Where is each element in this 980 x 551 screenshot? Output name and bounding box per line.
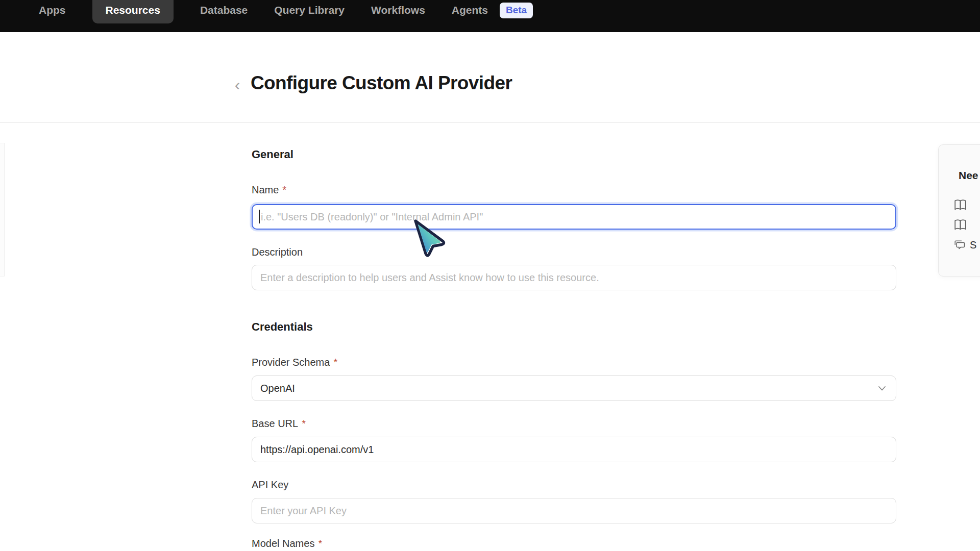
api-key-field-label: API Key — [252, 479, 288, 491]
book-icon — [954, 199, 967, 211]
page-title: Configure Custom AI Provider — [251, 72, 512, 94]
required-asterisk: * — [282, 184, 286, 195]
text-caret — [259, 210, 260, 223]
provider-schema-label-text: Provider Schema — [252, 357, 330, 368]
help-panel: Nee S — [938, 144, 980, 277]
model-names-label-text: Model Names — [252, 538, 314, 549]
help-link-docs-2[interactable] — [954, 219, 967, 231]
nav-tab-query-library[interactable]: Query Library — [274, 4, 345, 16]
required-asterisk: * — [333, 357, 337, 368]
section-heading-general: General — [252, 148, 293, 161]
base-url-label-text: Base URL — [252, 418, 298, 429]
nav-tab-agents[interactable]: Agents — [452, 4, 488, 16]
header-divider — [0, 122, 980, 123]
description-input[interactable] — [252, 265, 896, 290]
required-asterisk: * — [302, 418, 306, 429]
beta-badge: Beta — [500, 3, 533, 18]
description-field-label: Description — [252, 246, 303, 258]
model-names-field-label: Model Names* — [252, 538, 322, 549]
name-label-text: Name — [252, 184, 279, 195]
name-input-wrap — [252, 204, 896, 230]
nav-tab-apps[interactable]: Apps — [39, 4, 66, 16]
chat-icon — [954, 240, 965, 251]
provider-schema-field-label: Provider Schema* — [252, 357, 337, 368]
provider-schema-select[interactable]: OpenAI — [252, 375, 896, 401]
book-icon — [954, 219, 967, 231]
left-panel-edge — [0, 143, 5, 277]
chevron-left-icon: ‹ — [235, 76, 240, 94]
nav-tab-resources[interactable]: Resources — [92, 0, 174, 23]
back-button[interactable]: ‹ — [229, 74, 246, 95]
name-field-label: Name* — [252, 184, 286, 196]
required-asterisk: * — [318, 538, 322, 549]
help-link-docs-1[interactable] — [954, 199, 967, 211]
base-url-input[interactable] — [252, 437, 896, 462]
help-panel-heading: Nee — [959, 169, 978, 182]
nav-tab-database[interactable]: Database — [200, 4, 248, 16]
provider-schema-value: OpenAI — [260, 383, 295, 394]
help-link-label: S — [970, 239, 976, 251]
api-key-input[interactable] — [252, 498, 896, 523]
app-window: Apps Resources Database Query Library Wo… — [0, 0, 980, 551]
top-navigation-bar: Apps Resources Database Query Library Wo… — [0, 0, 980, 32]
nav-tab-workflows[interactable]: Workflows — [371, 4, 425, 16]
chevron-down-icon — [876, 383, 888, 394]
section-heading-credentials: Credentials — [252, 320, 313, 334]
help-link-support[interactable]: S — [954, 239, 976, 251]
name-input[interactable] — [252, 204, 896, 230]
base-url-field-label: Base URL* — [252, 418, 306, 430]
